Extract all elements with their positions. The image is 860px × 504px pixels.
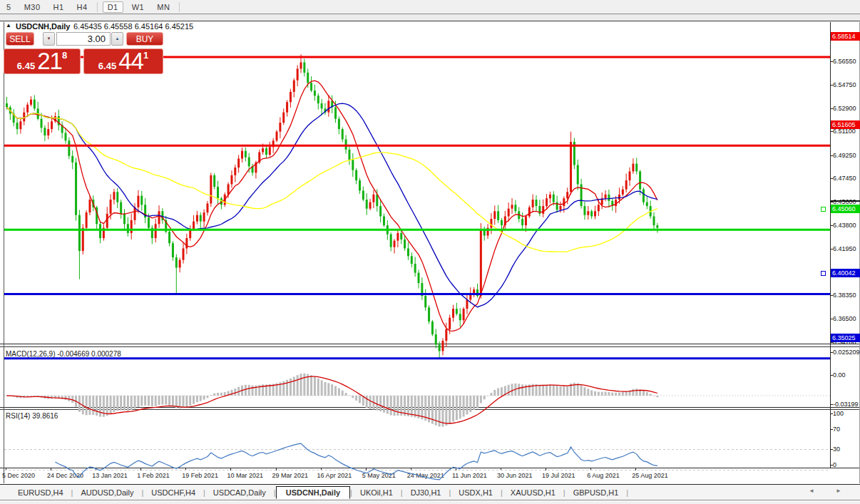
tab-usdcad-daily[interactable]: USDCAD,Daily xyxy=(205,487,274,498)
price-tick-label: 6.36500 xyxy=(833,316,860,322)
candlestick-plot[interactable] xyxy=(4,51,830,364)
chart-window-usdcnh: ▲ USDCNH,Daily 6.45435 6.45558 6.45164 6… xyxy=(0,21,860,484)
bid-price-marker xyxy=(830,200,860,202)
price-tick-label: 6.41950 xyxy=(833,246,860,252)
sell-price-prefix: 6.45 xyxy=(17,61,35,71)
toolbar-gap xyxy=(0,14,860,21)
price-tick-label: 6.43800 xyxy=(833,222,860,229)
buy-button[interactable]: BUY xyxy=(126,32,163,46)
price-tick-label: 6.38350 xyxy=(833,292,860,299)
rsi-axis-label: 100 xyxy=(833,411,860,417)
tab-xauusd-h1[interactable]: XAUUSD,H1 xyxy=(503,487,563,498)
price-line-label: 6.40042 xyxy=(831,269,860,277)
price-line-label: 6.45060 xyxy=(831,205,860,213)
sell-price-pips: 21 xyxy=(37,51,62,71)
buy-price-pips: 44 xyxy=(118,51,143,71)
macd-axis-label: -0.03199 xyxy=(833,401,860,408)
toolbar-separator xyxy=(179,2,180,12)
window-edge xyxy=(0,501,860,504)
tab-scroll-arrows[interactable]: ◄ ► xyxy=(809,488,851,494)
timeframe-button-m30[interactable]: M30 xyxy=(20,2,45,12)
tab-dj30-h1[interactable]: DJ30,H1 xyxy=(403,487,449,498)
price-tick-label: 6.54750 xyxy=(833,82,860,88)
volume-decrease-button[interactable]: ▼ xyxy=(43,32,55,46)
tab-audusd-daily[interactable]: AUDUSD,Daily xyxy=(73,487,141,498)
price-tick-label: 6.51100 xyxy=(833,128,860,135)
tab-gbpusd-h1[interactable]: GBPUSD,H1 xyxy=(565,487,627,498)
buy-price-prefix: 6.45 xyxy=(98,61,116,71)
tab-usdcnh-daily[interactable]: USDCNH,Daily xyxy=(276,486,350,499)
tab-separator: | xyxy=(626,488,628,497)
price-tick-label: 6.56550 xyxy=(833,58,860,65)
rsi-plot[interactable] xyxy=(4,431,830,488)
timeframe-toolbar: 5M30H1H4D1W1MN xyxy=(0,0,860,14)
sell-button[interactable]: SELL xyxy=(6,32,34,46)
one-click-trading-panel: SELL ▼ 3.00 ▲ BUY 6.45 21 8 6.45 44 1 xyxy=(4,32,164,76)
mt4-terminal: 5M30H1H4D1W1MN ▲ USDCNH,Daily 6.45435 6.… xyxy=(0,0,860,504)
chart-tab-bar: EURUSD,H4|AUDUSD,Daily|USDCHF,H4|USDCAD,… xyxy=(0,484,860,500)
rsi-axis-label: 0 xyxy=(833,462,860,468)
macd-plot[interactable] xyxy=(4,368,830,427)
macd-axis-label: 0.025209 xyxy=(833,349,860,356)
price-axis-line xyxy=(830,22,831,468)
macd-axis-label: 0.00 xyxy=(833,372,860,379)
chart-ohlc-values: 6.45435 6.45558 6.45164 6.45215 xyxy=(73,22,193,31)
toolbar-separator xyxy=(97,2,98,12)
volume-input[interactable]: 3.00 xyxy=(56,32,111,46)
price-line-label: 6.35025 xyxy=(831,334,860,342)
tab-usdchf-h4[interactable]: USDCHF,H4 xyxy=(143,487,203,498)
timeframe-button-h4[interactable]: H4 xyxy=(73,2,92,12)
price-line-label: 6.58514 xyxy=(831,32,860,41)
sell-price-point: 8 xyxy=(62,50,67,61)
tab-eurusd-h4[interactable]: EURUSD,H4 xyxy=(10,487,71,498)
buy-price-point: 1 xyxy=(143,50,148,61)
tab-ukoil-h1[interactable]: UKOil,H1 xyxy=(352,487,401,498)
timeframe-button-h1[interactable]: H1 xyxy=(49,2,68,12)
buy-price-display[interactable]: 6.45 44 1 xyxy=(83,48,163,74)
price-tick-label: 6.47450 xyxy=(833,175,860,182)
price-tick-label: 6.52900 xyxy=(833,106,860,112)
price-line-label: 6.51605 xyxy=(831,120,860,129)
timeframe-button-mn[interactable]: MN xyxy=(153,2,174,12)
timeframe-button-5[interactable]: 5 xyxy=(2,2,16,12)
timeframe-button-w1[interactable]: W1 xyxy=(128,2,149,12)
chart-title-row: USDCNH,Daily 6.45435 6.45558 6.45164 6.4… xyxy=(0,22,784,31)
rsi-axis-label: 70 xyxy=(833,426,860,433)
rsi-axis-label: 30 xyxy=(833,446,860,453)
tab-usdx-h1[interactable]: USDX,H1 xyxy=(451,487,501,498)
chart-symbol-title: USDCNH,Daily xyxy=(16,22,70,31)
price-tick-label: 6.49250 xyxy=(833,153,860,159)
volume-increase-button[interactable]: ▲ xyxy=(111,32,123,46)
timeframe-button-d1[interactable]: D1 xyxy=(103,1,123,13)
sell-price-display[interactable]: 6.45 21 8 xyxy=(4,48,81,74)
